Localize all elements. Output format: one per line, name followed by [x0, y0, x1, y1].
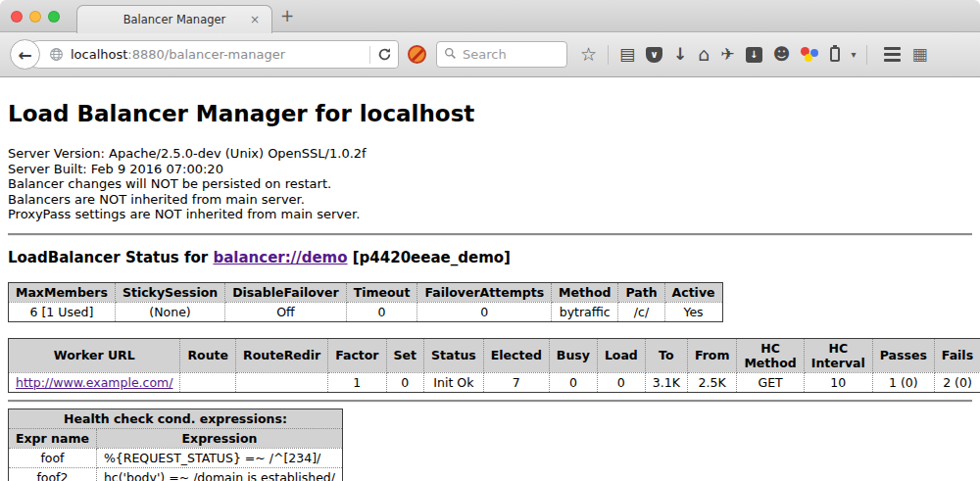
worker-status-table: Worker URL Route RouteRedir Factor Set S…	[8, 338, 980, 393]
column-header: Route	[180, 338, 236, 372]
column-header: StickySession	[115, 282, 224, 302]
cell-status: Init Ok	[424, 372, 484, 392]
column-header: Status	[424, 338, 484, 372]
smiley-icon[interactable]: ☻	[773, 46, 791, 63]
home-icon[interactable]: ⌂	[698, 45, 710, 64]
cell-failoverattempts: 0	[417, 302, 552, 321]
balancer-demo-link[interactable]: balancer://demo	[213, 249, 347, 266]
column-header: HC Interval	[804, 338, 872, 372]
url-text[interactable]: localhost:8880/balancer-manager	[71, 47, 363, 62]
chevron-down-icon[interactable]: ▾	[851, 49, 856, 60]
cell-stickysession: (None)	[115, 302, 224, 321]
note-line: Balancers are NOT inherited from main se…	[8, 192, 972, 208]
cell-path: /c/	[618, 302, 664, 321]
reload-icon[interactable]	[377, 47, 392, 62]
clipboard-icon[interactable]: ▤	[619, 46, 635, 63]
search-icon	[444, 45, 457, 64]
cell-expr-name: foof	[9, 448, 97, 467]
extension-dots-icon[interactable]	[801, 46, 819, 63]
window-controls	[11, 11, 60, 23]
server-built-line: Server Built: Feb 9 2016 07:00:20	[8, 162, 972, 177]
cell-elected: 7	[483, 372, 549, 392]
worker-row: http://www.example.com/ 1 0 Init Ok 7 0 …	[9, 372, 980, 392]
note-line: ProxyPass settings are NOT inherited fro…	[8, 207, 972, 222]
zoom-window-button[interactable]	[48, 11, 60, 23]
menu-icon[interactable]	[884, 47, 901, 62]
url-domain: localhost	[71, 47, 127, 62]
page-content: Load Balancer Manager for localhost Serv…	[0, 77, 980, 481]
table-row: foof2 hc('body') =~ /domain is establish…	[9, 467, 343, 481]
table-row: 6 [1 Used] (None) Off 0 0 bytraffic /c/ …	[9, 302, 723, 321]
globe-icon	[49, 47, 64, 62]
pocket-icon[interactable]: ∨	[646, 47, 662, 63]
cell-timeout: 0	[346, 302, 417, 321]
cell-disablefailover: Off	[225, 302, 346, 321]
column-header: Fails	[934, 338, 980, 372]
new-tab-button[interactable]: +	[280, 6, 294, 25]
column-header: Active	[664, 282, 722, 302]
cell-from: 2.5K	[687, 372, 737, 392]
url-path: :8880/balancer-manager	[127, 47, 285, 62]
cell-load: 0	[597, 372, 645, 392]
column-header: Expression	[96, 428, 342, 448]
tab-close-icon[interactable]: ×	[250, 13, 260, 26]
server-info: Server Version: Apache/2.5.0-dev (Unix) …	[8, 146, 972, 222]
downloads-icon[interactable]: ↓	[673, 46, 687, 63]
cell-hc-interval: 10	[804, 372, 872, 392]
column-header: Load	[597, 338, 645, 372]
column-header: FailoverAttempts	[417, 282, 552, 302]
column-header: RouteRedir	[236, 338, 328, 372]
column-header: MaxMembers	[9, 282, 116, 302]
url-bar[interactable]: localhost:8880/balancer-manager	[24, 40, 399, 69]
search-box[interactable]	[436, 41, 567, 68]
pages-grid-icon[interactable]: ▦	[911, 46, 927, 63]
cell-expression: %{REQUEST_STATUS} =~ /^[234]/	[96, 448, 342, 467]
urlbar-divider	[369, 46, 370, 64]
tab-title: Balancer Manager	[123, 13, 226, 26]
column-header: Factor	[328, 338, 386, 372]
column-header: To	[645, 338, 687, 372]
cell-method: bytraffic	[552, 302, 618, 321]
table-row: foof %{REQUEST_STATUS} =~ /^[234]/	[9, 448, 343, 467]
table-title-row: Health check cond. expressions:	[9, 409, 343, 428]
worker-url-link[interactable]: http://www.example.com/	[16, 375, 172, 390]
cell-to: 3.1K	[645, 372, 687, 392]
minimize-window-button[interactable]	[29, 11, 41, 23]
cell-set: 0	[386, 372, 423, 392]
battery-icon[interactable]	[830, 47, 840, 62]
browser-tab[interactable]: Balancer Manager ×	[76, 5, 272, 33]
toolbar-icons: ☆ ▤ ∨ ↓ ⌂ ✈ ↓ ☻ ▾ ▦	[580, 45, 928, 65]
cell-fails: 2 (0)	[934, 372, 980, 392]
close-window-button[interactable]	[11, 11, 23, 23]
cell-expression: hc('body') =~ /domain is established/	[96, 467, 342, 481]
column-header: Method	[552, 282, 618, 302]
table-header-row: MaxMembers StickySession DisableFailover…	[9, 282, 723, 302]
column-header: Elected	[483, 338, 549, 372]
search-input[interactable]	[463, 47, 560, 62]
divider	[8, 400, 972, 402]
cell-worker-url: http://www.example.com/	[9, 372, 180, 392]
cell-hc-method: GET	[737, 372, 804, 392]
heading-suffix: [p4420eeae_demo]	[348, 249, 511, 266]
back-button[interactable]: ←	[10, 39, 40, 70]
column-header: Set	[386, 338, 423, 372]
server-version-line: Server Version: Apache/2.5.0-dev (Unix) …	[8, 146, 972, 162]
page-title: Load Balancer Manager for localhost	[8, 101, 972, 126]
table-header-row: Worker URL Route RouteRedir Factor Set S…	[9, 338, 980, 372]
column-header: Worker URL	[9, 338, 180, 372]
content-blocker-icon[interactable]	[408, 45, 426, 64]
balancer-settings-table: MaxMembers StickySession DisableFailover…	[8, 282, 723, 322]
health-check-table: Health check cond. expressions: Expr nam…	[8, 409, 343, 481]
balancer-status-heading: LoadBalancer Status for balancer://demo …	[8, 249, 972, 266]
column-header: Path	[618, 282, 664, 302]
toolbar-divider	[608, 45, 609, 65]
column-header: HC Method	[737, 338, 804, 372]
download-badge-icon[interactable]: ↓	[746, 47, 762, 63]
column-header: Timeout	[346, 282, 417, 302]
send-icon[interactable]: ✈	[720, 46, 734, 63]
cell-maxmembers: 6 [1 Used]	[9, 302, 116, 321]
navigation-toolbar: ← localhost:8880/balancer-manager ☆ ▤ ∨ …	[0, 32, 980, 77]
bookmark-star-icon[interactable]: ☆	[580, 45, 597, 64]
column-header: DisableFailover	[225, 282, 346, 302]
browser-window: Balancer Manager × + ← localhost:8880/ba…	[0, 0, 980, 481]
